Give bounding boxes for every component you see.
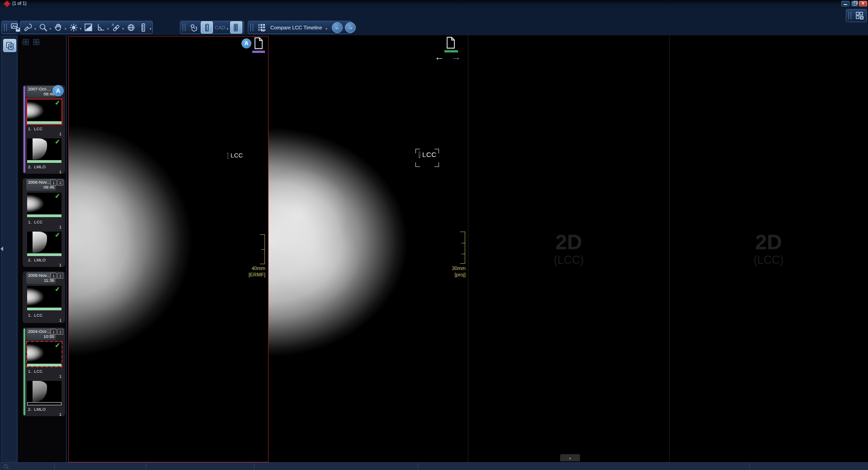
progress-bar [27,214,61,217]
prior-image-arrow[interactable]: ← [434,52,444,62]
thumbnail-label: 1.LCC [28,313,43,318]
thumbnail-image [27,381,61,403]
check-icon: ✓ [55,100,60,106]
close-button[interactable]: × [859,1,867,6]
thumbnail-lmlo[interactable]: ✓ [27,232,61,256]
study-group-1: 2007-Oct-... 08:46 A ✓ 1.LCC 1 ✓ 2.LMLO … [23,85,65,174]
thumbnail-label: 2.LMLO [28,258,46,262]
document-icon[interactable] [254,37,264,51]
window-level-tool-button[interactable] [68,22,79,33]
minimize-button[interactable] [841,1,849,6]
ruler-dropdown-caret[interactable]: ▾ [150,27,151,31]
layout-number-badges[interactable]: 12 [51,273,63,279]
check-icon: ✓ [55,138,60,145]
angle-tool-button[interactable] [95,22,106,33]
hanging-protocol-name[interactable]: Compare LCC Timeline [270,25,322,30]
pull-up-tab[interactable]: ▲ [560,454,580,461]
window-level-dropdown-caret[interactable]: ▾ [80,27,82,31]
study-accent-bar [24,328,25,415]
check-icon: ✓ [55,232,60,238]
restore-button[interactable] [851,1,858,6]
status-separator [54,463,55,470]
toolbar-grip[interactable] [183,24,185,31]
previous-step-button[interactable]: ← [332,22,343,33]
view-label: LCC [422,151,437,158]
hanging-protocol-caret[interactable]: ▾ [326,27,327,31]
cad-breast-button[interactable] [189,22,199,33]
cad-label[interactable]: CAD [215,25,225,30]
thumbnail-count: 1 [27,170,61,174]
orientation-tool-button[interactable] [23,22,33,33]
viewport-3[interactable]: 2D (LCC) [468,35,669,462]
thumbnail-lcc[interactable]: ✓ [27,342,61,366]
viewport-4[interactable]: 2D (LCC) [669,35,868,462]
scale-value: 40mm [237,266,265,271]
magnify-dropdown-caret[interactable]: ▾ [50,27,52,31]
mammogram-image-current[interactable] [269,125,410,359]
placeholder-2d: 2D [533,230,605,254]
orientation-dropdown-caret[interactable]: ▾ [34,27,36,31]
invert-tool-button[interactable] [83,22,94,33]
magnify-tool-button[interactable] [38,22,49,33]
check-icon: ✓ [55,286,60,292]
link-tool-button[interactable]: A [111,22,122,33]
thumbnail-lcc[interactable]: ✓ [27,193,61,217]
view-marker: koo LCC [226,152,243,159]
pan-dropdown-caret[interactable]: ▾ [65,27,66,31]
toolbar-grip[interactable] [4,24,7,31]
toolbar-grip[interactable] [849,12,851,19]
thumbnail-lcc[interactable]: ✓ [27,286,61,310]
thumbnail-label: 1.LCC [28,127,43,131]
next-image-arrow[interactable]: → [451,52,461,62]
check-icon: ✓ [55,193,60,199]
next-step-button[interactable]: → [345,22,356,33]
status-separator [146,463,146,470]
layout-grid-icon-right[interactable] [32,38,41,47]
layout-number-badges[interactable]: 12 [51,329,63,335]
thumbnail-lmlo[interactable] [27,381,61,405]
progress-bar [27,121,61,124]
mammo-navigator-button[interactable] [126,22,137,33]
thumbnail-label: 1.LCC [28,220,43,224]
toolbar-grip[interactable] [250,24,253,31]
collapse-panel-arrow[interactable] [0,247,3,251]
ruler-tool-button[interactable] [138,22,149,33]
hanging-protocol-grid-icon[interactable]: HP [256,22,267,33]
overlay-scale-button-2[interactable] [230,21,242,33]
status-separator [418,463,418,470]
study-group-4: 2004-Oct-... 10:55 12 ✓ 1.LCC 1 2.LMLO [23,328,65,416]
placeholder-2d: 2D [732,230,805,254]
close-layout-button[interactable] [854,10,865,21]
export-image-button[interactable] [10,22,21,33]
viewport-study-badge: A [241,38,251,48]
current-study-badge: A [52,85,64,96]
viewport-1[interactable]: A koo LCC 40mm [ERMF] [67,35,268,462]
toolbar-tools-group: ▾ ▾ ▾ ▾ ▾ [20,21,153,34]
study-header[interactable]: 2007-Oct-... 08:46 [26,86,56,98]
thumbnail-lmlo[interactable]: ✓ [27,138,61,163]
view-marker-side-text: koo [226,152,229,159]
document-icon[interactable] [446,37,456,51]
progress-bar [27,253,61,256]
scale-ruler [460,232,465,264]
link-dropdown-caret[interactable]: ▾ [123,27,124,31]
pan-tool-button[interactable] [53,22,64,33]
overlay-scale-button-1[interactable] [201,21,213,33]
angle-dropdown-caret[interactable]: ▾ [107,27,109,31]
viewport-2[interactable]: ← → CUE LCC 30mm [proj] ▲ [268,35,468,462]
study-group-2: 2006-Nov... 09:46 12 ✓ 1.LCC 1 ✓ 2.LMLO [23,178,65,267]
scale-mode: [ERMF] [237,272,265,277]
cue-marker-side-text: CUE [418,151,421,158]
layout-number-badges[interactable]: 12 [51,180,63,185]
layout-grid-icon-left[interactable] [21,38,30,47]
mammogram-image-prior[interactable] [69,122,194,359]
cad-dropdown-caret[interactable]: ▾ [226,27,228,31]
toolbar-layout-group [846,9,867,22]
svg-text:HP: HP [261,28,266,32]
thumbnail-count: 1 [27,132,61,136]
thumbnail-lcc[interactable]: ✓ [27,100,61,124]
patient-browser-toggle-button[interactable] [3,39,16,52]
status-separator [254,463,255,470]
thumbnail-count: 1 [27,318,61,323]
status-magnifier-icon [3,464,9,470]
